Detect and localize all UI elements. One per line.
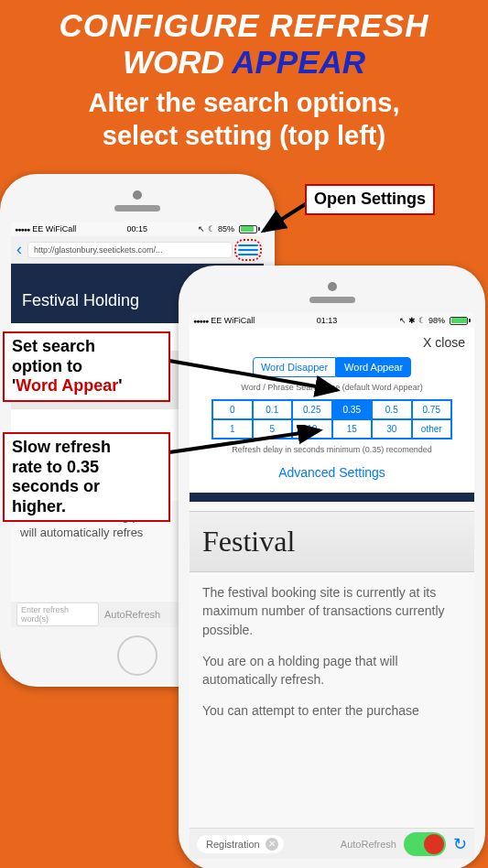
camera-dot (133, 190, 142, 200)
url-field[interactable]: http://glastonbury.seetickets.com/... (27, 242, 233, 258)
carrier-label: EE WiFiCall (211, 316, 255, 325)
title-line-2: WORD APPEAR (0, 44, 488, 81)
svg-line-2 (169, 430, 320, 452)
svg-line-1 (169, 361, 337, 390)
status-indicators: ↖ ☾ (198, 224, 215, 233)
url-bar: ‹ http://glastonbury.seetickets.com/... (11, 236, 264, 264)
svg-line-0 (264, 203, 307, 231)
signal-dots: ●●●●● (15, 226, 29, 233)
delay-option[interactable]: 0.35 (332, 400, 373, 419)
battery-percent: 85% (218, 224, 234, 233)
bottom-toolbar: Registration ✕ AutoRefresh ↻ (190, 828, 474, 859)
status-time: 01:13 (317, 316, 338, 325)
arrow-to-word-appear (168, 352, 351, 397)
home-button[interactable] (117, 635, 157, 676)
callout-slow-refresh: Slow refresh rate to 0.35 seconds or hig… (3, 432, 170, 522)
promo-header: CONFIGURE REFRESH WORD APPEAR Alter the … (0, 0, 488, 153)
delay-option[interactable]: 30 (372, 419, 412, 439)
autorefresh-toggle[interactable] (404, 832, 446, 856)
reload-icon[interactable]: ↻ (453, 834, 467, 854)
battery-percent: 98% (428, 316, 445, 325)
festival-title: Festival (190, 511, 474, 572)
delay-option[interactable]: other (412, 419, 452, 439)
status-bar: ●●●●● EE WiFiCall 01:13 ↖ ✱ ☾ 98% (190, 313, 474, 328)
title-appear: APPEAR (232, 44, 365, 80)
banner-text: Festival Holding (22, 291, 139, 309)
refresh-word-input[interactable]: Enter refresh word(s) (16, 602, 99, 626)
autorefresh-label: AutoRefresh (104, 609, 160, 620)
delay-option[interactable]: 0.5 (372, 400, 412, 419)
arrow-to-settings (256, 200, 311, 236)
subtitle: Alter the search options, select setting… (0, 86, 488, 153)
arrow-to-delay (168, 425, 332, 461)
back-button[interactable]: ‹ (16, 240, 22, 259)
carrier-label: EE WiFiCall (32, 224, 76, 233)
status-time: 00:15 (127, 224, 148, 233)
festival-body: The festival booking site is currently a… (190, 572, 474, 744)
advanced-settings-link[interactable]: Advanced Settings (199, 465, 465, 480)
signal-dots: ●●●●● (193, 318, 208, 324)
delay-option[interactable]: 0.75 (412, 400, 452, 419)
toggle-knob (424, 834, 444, 854)
callout-open-settings: Open Settings (305, 184, 435, 215)
speaker (114, 205, 160, 212)
clear-chip-icon[interactable]: ✕ (266, 838, 278, 851)
hamburger-menu-icon[interactable] (238, 242, 258, 258)
status-bar: ●●●●● EE WiFiCall 00:15 ↖ ☾ 85% (11, 222, 264, 236)
registration-chip[interactable]: Registration ✕ (197, 835, 284, 853)
camera-dot (328, 282, 337, 291)
title-line-1: CONFIGURE REFRESH (0, 7, 488, 44)
body-p1: The festival booking site is currently a… (202, 583, 461, 639)
body-p2: You are on a holding page that will auto… (202, 652, 461, 689)
delay-option[interactable]: 15 (332, 419, 373, 439)
delay-option[interactable]: 0.25 (292, 400, 332, 419)
highlight-circle (234, 239, 262, 261)
status-indicators: ↖ ✱ ☾ (399, 316, 426, 325)
speaker (309, 297, 355, 303)
callout-set-search: Set search option to 'Word Appear' (3, 331, 170, 402)
delay-option[interactable]: 0 (212, 400, 253, 419)
body-p3: You can attempt to enter the purchase (202, 701, 461, 720)
battery-icon (448, 317, 471, 325)
autorefresh-label: AutoRefresh (341, 839, 396, 850)
registration-label: Registration (206, 839, 260, 850)
title-word: WORD (123, 44, 224, 80)
delay-option[interactable]: 0.1 (253, 400, 293, 419)
